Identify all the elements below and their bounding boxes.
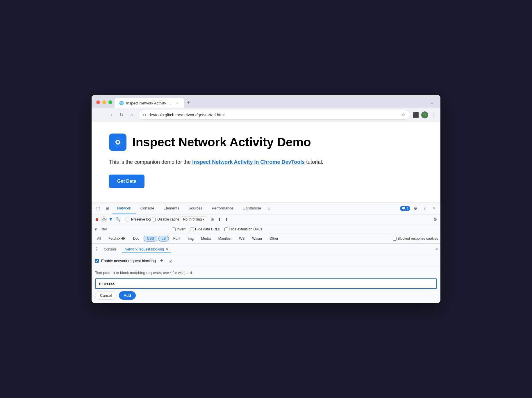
svg-point-2	[117, 141, 119, 143]
blocked-cookies-filter[interactable]: Blocked response cookies	[393, 237, 438, 241]
tab-lighthouse[interactable]: Lighthouse	[238, 202, 266, 214]
page-logo	[109, 134, 126, 151]
console-panel-tab[interactable]: Console	[101, 246, 119, 253]
network-blocking-panel-tab[interactable]: Network request blocking ×	[122, 246, 171, 253]
filter-ws[interactable]: WS	[236, 236, 248, 241]
url-bar[interactable]: ⊙ devtools.glitch.me/network/getstarted.…	[138, 110, 410, 120]
add-pattern-icon-button[interactable]: +	[158, 257, 165, 264]
close-window-button[interactable]	[96, 100, 100, 104]
new-tab-button[interactable]: +	[184, 98, 192, 106]
back-button[interactable]: ←	[96, 111, 104, 119]
page-content: Inspect Network Activity Demo This is th…	[92, 122, 440, 202]
throttle-selector[interactable]: No throttling ▾	[181, 216, 208, 222]
tab-menu-button[interactable]: ⌄	[427, 99, 436, 106]
hide-extension-checkbox[interactable]: Hide extension URLs	[224, 227, 262, 231]
filter-all[interactable]: All	[94, 236, 104, 241]
invert-checkbox[interactable]: Invert	[172, 227, 185, 231]
filter-css[interactable]: CSS	[144, 236, 157, 241]
tab-title: Inspect Network Activity Dem	[126, 101, 173, 105]
tab-elements[interactable]: Elements	[159, 202, 184, 214]
download-icon[interactable]: ⬇	[224, 216, 229, 222]
tab-close-button[interactable]: ×	[175, 101, 180, 105]
more-tabs-button[interactable]: »	[266, 206, 273, 211]
panel-tab-close-button[interactable]: ×	[166, 247, 168, 251]
clear-patterns-button[interactable]: ⊘	[167, 257, 174, 264]
extensions-icon[interactable]: ⬛	[413, 112, 419, 118]
device-tool-button[interactable]: ⊟	[103, 204, 111, 212]
filter-input-area: ▼ Filter	[94, 227, 169, 232]
filter-js[interactable]: JS	[158, 236, 169, 241]
network-settings-icon[interactable]: ⚙	[432, 216, 438, 222]
traffic-lights	[96, 100, 112, 108]
get-data-button[interactable]: Get Data	[109, 175, 144, 188]
maximize-window-button[interactable]	[108, 100, 112, 104]
devtools-more-button[interactable]: ⋮	[421, 204, 429, 212]
enable-blocking-input[interactable]	[95, 259, 99, 263]
minimize-window-button[interactable]	[102, 100, 106, 104]
page-title: Inspect Network Activity Demo	[132, 135, 311, 149]
filter-label: Filter	[99, 227, 107, 231]
tab-performance[interactable]: Performance	[207, 202, 238, 214]
devtools-tabs: Network Console Elements Sources Perform…	[113, 202, 399, 214]
preserve-log-checkbox[interactable]: Preserve log	[126, 217, 151, 221]
tab-network[interactable]: Network	[113, 202, 136, 214]
page-description: This is the companion demo for the Inspe…	[109, 158, 423, 166]
filter-funnel-icon: ▼	[94, 227, 98, 232]
enable-blocking-checkbox[interactable]: Enable network request blocking	[95, 259, 156, 263]
browser-window: 🌐 Inspect Network Activity Dem × + ⌄ ← →…	[92, 95, 440, 303]
record-button[interactable]: ⏺	[94, 216, 100, 222]
panel-close-button[interactable]: ×	[436, 247, 438, 252]
tab-favicon: 🌐	[119, 101, 124, 105]
avatar[interactable]: 🌿	[421, 111, 428, 118]
filter-row: ▼ Filter Invert Hide data URLs Hide exte…	[92, 225, 440, 234]
devtools-close-button[interactable]: ×	[430, 204, 438, 212]
hide-data-input[interactable]	[190, 228, 194, 231]
filter-media[interactable]: Media	[198, 236, 214, 241]
filter-wasm[interactable]: Wasm	[249, 236, 265, 241]
filter-manifest[interactable]: Manifest	[215, 236, 235, 241]
blocked-cookies-input[interactable]	[393, 237, 397, 241]
search-button[interactable]: 🔍	[115, 216, 121, 222]
wifi-settings-icon[interactable]: ⊙	[210, 216, 215, 222]
filter-doc[interactable]: Doc	[130, 236, 142, 241]
hide-extension-input[interactable]	[224, 228, 228, 231]
throttle-arrow-icon: ▾	[203, 217, 205, 221]
tab-sources[interactable]: Sources	[184, 202, 207, 214]
upload-icon[interactable]: ⬆	[217, 216, 222, 222]
hide-data-checkbox[interactable]: Hide data URLs	[190, 227, 220, 231]
bookmark-icon[interactable]: ☆	[401, 112, 405, 118]
url-security-icon: ⊙	[143, 113, 146, 117]
preserve-log-input[interactable]	[126, 218, 129, 221]
issues-count: 1	[407, 207, 408, 210]
filter-font[interactable]: Font	[170, 236, 183, 241]
reload-button[interactable]: ↻	[117, 111, 125, 119]
devtools-settings-button[interactable]: ⚙	[411, 204, 419, 212]
home-button[interactable]: ⌂	[128, 111, 136, 119]
devtools-panel: ⬚ ⊟ Network Console Elements Sources Per…	[92, 202, 440, 303]
filter-button[interactable]: ▼	[108, 216, 114, 222]
filter-img[interactable]: Img	[185, 236, 197, 241]
filter-other[interactable]: Other	[266, 236, 281, 241]
disable-cache-checkbox[interactable]: Disable cache	[152, 217, 179, 221]
clear-network-button[interactable]: ⊘	[101, 216, 107, 222]
disable-cache-input[interactable]	[152, 218, 156, 221]
tab-console[interactable]: Console	[136, 202, 159, 214]
devtools-link[interactable]: Inspect Network Activity In Chrome DevTo…	[192, 159, 306, 165]
invert-input[interactable]	[172, 228, 176, 231]
pattern-input-field[interactable]	[95, 278, 437, 289]
issues-badge[interactable]: 💬 1	[400, 206, 410, 211]
add-button[interactable]: Add	[119, 291, 135, 300]
browser-actions: ⬛ 🌿 ⋮	[413, 111, 436, 118]
browser-menu-button[interactable]: ⋮	[431, 112, 436, 118]
enable-blocking-label: Enable network request blocking	[101, 259, 156, 263]
cancel-button[interactable]: Cancel	[95, 291, 117, 300]
panel-menu-icon[interactable]: ⋮	[94, 246, 99, 252]
toolbar-separator	[123, 216, 123, 222]
forward-button[interactable]: →	[107, 111, 115, 119]
cursor-tool-button[interactable]: ⬚	[94, 204, 102, 212]
filter-checkboxes: Invert Hide data URLs Hide extension URL…	[172, 227, 262, 231]
active-tab[interactable]: 🌐 Inspect Network Activity Dem ×	[115, 98, 184, 108]
pattern-buttons: Cancel Add	[95, 291, 437, 300]
filter-fetch-xhr[interactable]: Fetch/XHR	[105, 236, 129, 241]
tabs-area: 🌐 Inspect Network Activity Dem × + ⌄	[115, 98, 436, 108]
